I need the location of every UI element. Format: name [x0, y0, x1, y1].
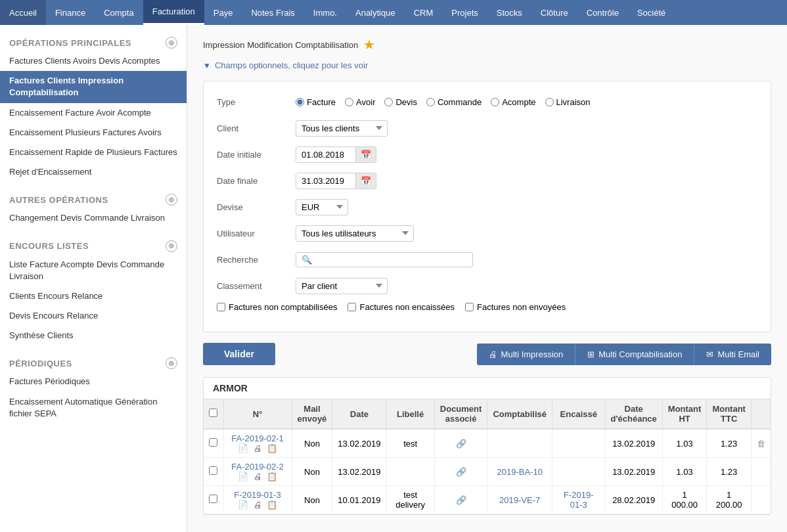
select-all-checkbox[interactable]: [209, 409, 217, 417]
invoice-link-0[interactable]: FA-2019-02-1: [231, 433, 284, 443]
nav-item-accueil[interactable]: Accueil: [0, 0, 46, 25]
row-checkbox-2[interactable]: [209, 495, 217, 503]
radio-avoir[interactable]: Avoir: [345, 97, 375, 107]
invoice-link-2[interactable]: F-2019-01-3: [234, 490, 281, 500]
section-toggle-icon[interactable]: ⊕: [166, 240, 177, 252]
results-table-section: ARMOR N° Mailenvoyé Date Libellé Documen…: [203, 377, 771, 515]
multi-email-button[interactable]: ✉ Multi Email: [694, 344, 771, 365]
sidebar-item-factures-clients-avo[interactable]: Factures Clients Avoirs Devis Acomptes: [0, 51, 187, 71]
radio-facture[interactable]: Facture: [296, 97, 336, 107]
nav-item-crm[interactable]: CRM: [405, 0, 443, 25]
date-initiale-calendar-icon[interactable]: 📅: [355, 147, 376, 162]
copy-icon-2[interactable]: 📋: [267, 500, 277, 510]
print-icon-2[interactable]: 🖨: [254, 500, 262, 510]
nav-item-analytique[interactable]: Analytique: [346, 0, 405, 25]
sidebar-item-encaissement-plusieu[interactable]: Encaissement Plusieurs Factures Avoirs: [0, 123, 187, 143]
date-finale-control: 📅: [296, 173, 757, 189]
devise-select[interactable]: EUR: [296, 199, 348, 215]
date-finale-calendar-icon[interactable]: 📅: [355, 173, 376, 188]
radio-livraison-input[interactable]: [545, 98, 554, 106]
nav-item-finance[interactable]: Finance: [46, 0, 95, 25]
row-checkbox-cell: [204, 458, 223, 486]
print-icon-0[interactable]: 🖨: [254, 443, 262, 453]
row-num: F-2019-01-3 📄 🖨 📋: [223, 486, 292, 514]
chain-link-icon-1[interactable]: 🔗: [456, 467, 466, 477]
nav-item-facturation[interactable]: Facturation: [143, 0, 204, 25]
row-checkbox-0[interactable]: [209, 438, 217, 447]
radio-commande-input[interactable]: [426, 98, 435, 106]
pdf-icon-0[interactable]: 📄: [238, 443, 248, 453]
client-select[interactable]: Tous les clients: [296, 120, 388, 137]
table-header-row: N° Mailenvoyé Date Libellé Documentassoc…: [204, 399, 771, 429]
checkbox-non-envoyees[interactable]: Factures non envoyées: [465, 302, 566, 312]
multi-impression-button[interactable]: 🖨 Multi Impression: [477, 344, 575, 365]
nav-item-société[interactable]: Société: [628, 0, 675, 25]
nav-item-notes-frais[interactable]: Notes Frais: [242, 0, 304, 25]
chain-link-icon-0[interactable]: 🔗: [456, 439, 466, 449]
sidebar-item-changement-devis-com[interactable]: Changement Devis Commande Livraison: [0, 208, 187, 228]
radio-avoir-input[interactable]: [345, 98, 353, 106]
utilisateur-select[interactable]: Tous les utilisateurs: [296, 225, 414, 242]
sidebar-item-rejet-d'encaissement[interactable]: Rejet d'Encaissement: [0, 162, 187, 182]
print-icon-1[interactable]: 🖨: [254, 472, 262, 481]
pdf-icon-1[interactable]: 📄: [238, 472, 248, 481]
radio-acompte[interactable]: Acompte: [491, 97, 535, 107]
sidebar-item-liste-facture-acompt[interactable]: Liste Facture Acompte Devis Commande Liv…: [0, 255, 187, 286]
checkbox-non-encaissees[interactable]: Factures non encaissées: [348, 302, 455, 312]
delete-icon-0[interactable]: 🗑: [757, 439, 765, 449]
action-buttons: 🖨 Multi Impression ⊞ Multi Comptabilisat…: [477, 344, 771, 365]
nav-item-clôture[interactable]: Clôture: [531, 0, 577, 25]
row-action-cell: 🗑: [751, 429, 771, 458]
radio-facture-input[interactable]: [296, 98, 304, 106]
copy-icon-1[interactable]: 📋: [267, 472, 277, 481]
sidebar-item-encaissement-rapide-[interactable]: Encaissement Rapide de Plusieurs Facture…: [0, 143, 187, 162]
comptabilise-link-2[interactable]: 2019-VE-7: [499, 495, 540, 505]
row-checkbox-1[interactable]: [209, 466, 217, 475]
section-toggle-icon[interactable]: ⊕: [166, 194, 177, 206]
row-montant-ttc: 1.23: [707, 458, 752, 486]
sidebar-item-clients-encours-rela[interactable]: Clients Encours Relance: [0, 286, 187, 306]
sidebar-item-factures-périodiques[interactable]: Factures Périodiques: [0, 372, 187, 391]
sidebar-item-encaissement-automat[interactable]: Encaissement Automatique Génération fich…: [0, 392, 187, 424]
favorite-star-icon[interactable]: ★: [363, 37, 375, 53]
comptabilise-link-1[interactable]: 2019-BA-10: [497, 467, 542, 477]
checkbox-non-encaissees-input[interactable]: [348, 303, 356, 311]
sidebar-item-devis-encours-relanc[interactable]: Devis Encours Relance: [0, 306, 187, 326]
nav-item-immo.[interactable]: Immo.: [304, 0, 346, 25]
date-finale-input[interactable]: [296, 173, 355, 188]
checkbox-non-comptabilisees[interactable]: Factures non comptabilisées: [217, 302, 337, 312]
radio-devis[interactable]: Devis: [384, 97, 417, 107]
nav-item-paye[interactable]: Paye: [204, 0, 242, 25]
sidebar-item-encaissement-facture[interactable]: Encaissement Facture Avoir Acompte: [0, 103, 187, 123]
pdf-icon-2[interactable]: 📄: [238, 500, 248, 510]
checkbox-non-comptabilisees-input[interactable]: [217, 303, 225, 311]
classement-select[interactable]: Par client: [296, 278, 388, 294]
radio-acompte-input[interactable]: [491, 98, 499, 106]
nav-item-projets[interactable]: Projets: [442, 0, 487, 25]
recherche-input[interactable]: [315, 255, 467, 265]
radio-commande[interactable]: Commande: [426, 97, 482, 107]
copy-icon-0[interactable]: 📋: [267, 443, 277, 453]
date-initiale-input[interactable]: [296, 147, 355, 162]
checkbox-non-envoyees-input[interactable]: [465, 303, 474, 311]
invoice-link-1[interactable]: FA-2019-02-2: [231, 462, 284, 472]
chain-link-icon-2[interactable]: 🔗: [456, 495, 466, 505]
nav-item-stocks[interactable]: Stocks: [487, 0, 531, 25]
optional-fields-toggle[interactable]: ▼ Champs optionnels, cliquez pour les vo…: [203, 60, 771, 70]
nav-item-contrôle[interactable]: Contrôle: [577, 0, 628, 25]
col-document-associe: Documentassocié: [434, 399, 487, 429]
row-libelle: test delivery: [386, 486, 434, 514]
classement-label: Classement: [217, 281, 296, 291]
radio-livraison[interactable]: Livraison: [545, 97, 591, 107]
date-finale-input-wrap: 📅: [296, 173, 376, 189]
multi-comptabilisation-button[interactable]: ⊞ Multi Comptabilisation: [575, 344, 694, 365]
valider-button[interactable]: Valider: [203, 343, 275, 365]
sidebar-item-factures-clients-imp[interactable]: Factures Clients Impression Comptabilisa…: [0, 71, 187, 102]
sidebar-item-synthèse-clients[interactable]: Synthèse Clients: [0, 326, 187, 345]
nav-item-compta[interactable]: Compta: [95, 0, 143, 25]
sidebar-section-opérations-principales: OPÉRATIONS PRINCIPALES⊕: [0, 32, 187, 51]
section-toggle-icon[interactable]: ⊕: [166, 357, 177, 369]
radio-devis-input[interactable]: [384, 98, 393, 106]
section-toggle-icon[interactable]: ⊕: [166, 37, 177, 49]
encaisse-link-2[interactable]: F-2019-01-3: [564, 490, 594, 510]
